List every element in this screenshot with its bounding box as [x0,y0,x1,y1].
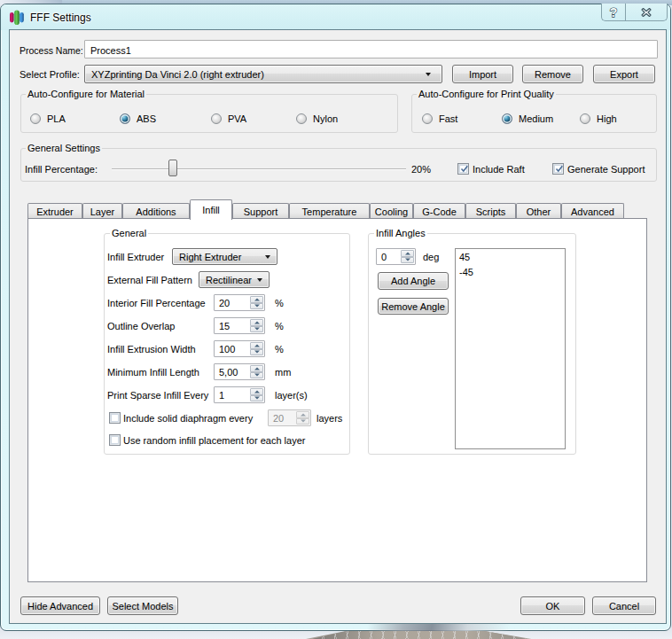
svg-text:?: ? [610,6,618,18]
